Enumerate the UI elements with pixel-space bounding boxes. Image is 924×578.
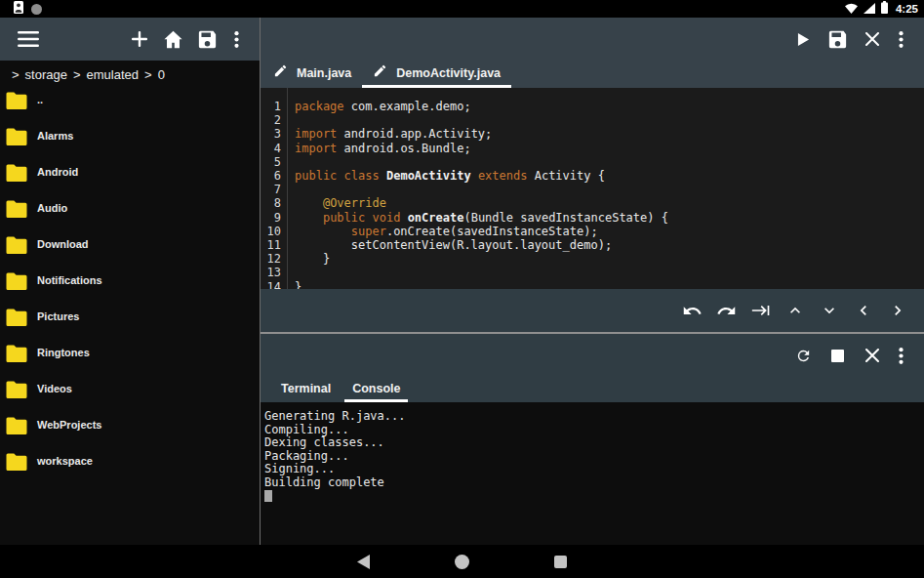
console-line: Dexing classes... <box>264 436 924 450</box>
code-token <box>365 211 372 225</box>
menu-icon[interactable] <box>18 21 39 57</box>
breadcrumb-segment[interactable]: emulated <box>87 67 139 82</box>
edit-icon <box>273 63 288 78</box>
close-icon[interactable] <box>855 21 889 57</box>
code-token: onCreate <box>408 211 464 225</box>
editor-tab[interactable]: DemoActivity.java <box>362 61 511 88</box>
back-icon[interactable] <box>354 552 374 571</box>
breadcrumb-segment[interactable]: 0 <box>158 67 165 82</box>
code-token: DemoActivity <box>386 169 471 183</box>
folder-list: ..AlarmsAndroidAudioDownloadNotification… <box>0 88 260 545</box>
editor-tab-label: DemoActivity.java <box>396 66 501 80</box>
code-token: android.app.Activity; <box>337 127 492 141</box>
folder-icon <box>5 271 28 291</box>
folder-label: .. <box>37 94 43 105</box>
status-bar-system: 4:25 <box>845 0 918 18</box>
home-circle-icon[interactable] <box>453 552 472 571</box>
folder-label: WebProjects <box>37 419 101 431</box>
folder-icon-wrap <box>5 235 28 259</box>
console-tab-console[interactable]: Console <box>344 377 408 402</box>
code-token: } <box>295 252 330 266</box>
folder-label: Pictures <box>37 310 79 322</box>
stop-icon[interactable] <box>821 338 855 373</box>
code-line: 2 <box>261 113 924 127</box>
folder-item[interactable]: workspace <box>0 449 260 485</box>
console-line: Packaging... <box>264 450 924 464</box>
save-icon[interactable] <box>821 21 855 57</box>
battery-icon <box>881 0 888 18</box>
folder-item[interactable]: Alarms <box>0 124 260 160</box>
code-token: } <box>295 280 301 289</box>
run-icon[interactable] <box>786 21 821 57</box>
folder-item[interactable]: Audio <box>0 196 260 232</box>
chevron-right-icon[interactable] <box>880 293 914 328</box>
folder-icon-wrap <box>5 452 28 475</box>
close-icon[interactable] <box>855 338 889 373</box>
folder-item[interactable]: Notifications <box>0 268 260 305</box>
folder-item[interactable]: WebProjects <box>0 413 260 449</box>
code-token <box>337 169 343 183</box>
line-number: 9 <box>261 211 287 225</box>
editor-tab[interactable]: Main.java <box>262 61 362 88</box>
chevron-left-icon[interactable] <box>846 293 880 328</box>
overflow-icon[interactable] <box>224 21 248 57</box>
code-token: import <box>295 127 337 141</box>
folder-label: Videos <box>37 383 72 394</box>
console-line: Compiling... <box>264 424 924 437</box>
code-line: 5 <box>261 155 924 169</box>
console-tab-terminal[interactable]: Terminal <box>273 377 339 402</box>
code-line-text: package com.example.demo; <box>287 100 471 113</box>
line-number: 4 <box>261 142 287 155</box>
code-token: import <box>295 142 337 155</box>
overflow-icon[interactable] <box>889 338 912 373</box>
console-cursor <box>264 490 272 502</box>
add-icon[interactable] <box>122 21 156 57</box>
line-number: 5 <box>261 155 287 169</box>
edit-icon-wrap <box>373 63 387 82</box>
recents-icon[interactable] <box>551 552 571 571</box>
folder-item[interactable]: Android <box>0 160 260 196</box>
code-token <box>295 196 323 210</box>
folder-item[interactable]: Ringtones <box>0 341 260 377</box>
home-icon[interactable] <box>156 21 190 57</box>
code-line: 7 <box>261 183 924 196</box>
line-number: 7 <box>261 183 287 196</box>
file-browser-panel: >storage>emulated>0 ..AlarmsAndroidAudio… <box>0 18 260 545</box>
folder-label: Download <box>37 238 89 250</box>
status-bar-notifications <box>14 0 42 18</box>
line-number: 3 <box>261 127 287 141</box>
undo-icon[interactable] <box>675 293 709 328</box>
code-line: 3import android.app.Activity; <box>261 127 924 141</box>
breadcrumb-separator-icon: > <box>73 67 81 82</box>
console-tab-label: Terminal <box>281 382 331 395</box>
console-line: Building complete <box>264 476 924 490</box>
chevron-down-icon[interactable] <box>812 293 846 328</box>
code-token: class <box>344 169 380 183</box>
redo-icon[interactable] <box>709 293 743 328</box>
folder-icon-wrap <box>5 163 28 186</box>
edit-icon-wrap <box>273 63 288 82</box>
folder-icon-wrap <box>5 91 28 114</box>
console-output[interactable]: Generating R.java...Compiling...Dexing c… <box>261 402 924 545</box>
code-line-text <box>287 183 301 196</box>
folder-item[interactable]: .. <box>0 88 260 124</box>
folder-item[interactable]: Pictures <box>0 305 260 341</box>
code-editor[interactable]: 1package com.example.demo;2 3import andr… <box>261 88 924 289</box>
folder-item[interactable]: Download <box>0 232 260 268</box>
code-token <box>295 225 351 238</box>
tab-jump-icon[interactable] <box>743 293 778 328</box>
line-number: 8 <box>261 196 287 210</box>
breadcrumb-segment[interactable]: storage <box>25 67 67 82</box>
sync-circle-icon <box>31 4 42 15</box>
app-notification-icon <box>14 0 23 18</box>
chevron-up-icon[interactable] <box>778 293 812 328</box>
folder-icon <box>5 235 28 255</box>
cell-signal-icon <box>864 0 875 18</box>
refresh-icon[interactable] <box>786 338 821 373</box>
folder-icon <box>5 308 28 327</box>
folder-icon-wrap <box>5 308 28 331</box>
save-icon[interactable] <box>190 21 224 57</box>
folder-item[interactable]: Videos <box>0 377 260 413</box>
console-line: Signing... <box>264 463 924 476</box>
overflow-icon[interactable] <box>889 21 912 57</box>
